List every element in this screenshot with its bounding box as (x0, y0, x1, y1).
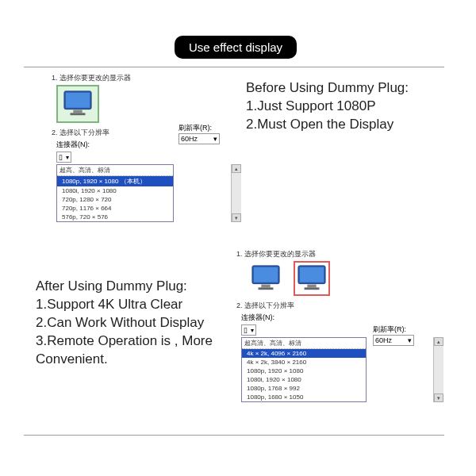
before-line2: 2.Must Open the Display (246, 116, 409, 134)
screenshot-before: 1. 选择你要更改的显示器 2. 选择以下分辨率 连接器(N): ▯ ▾ 刷新率… (52, 73, 240, 240)
list-item[interactable]: 720p, 1176 × 664 (57, 204, 173, 213)
list-header: 超高、高清、标清 (57, 165, 173, 176)
connector-value: ▯ (244, 326, 248, 334)
svg-rect-11 (305, 287, 320, 290)
chevron-down-icon: ▾ (251, 327, 254, 334)
chevron-down-icon: ▾ (213, 135, 217, 143)
monitor-2-selected[interactable] (294, 261, 330, 296)
svg-rect-7 (259, 287, 274, 290)
after-line3: 3.Remote Operation is , More Convenient. (36, 332, 226, 369)
screenshot-after: 1. 选择你要更改的显示器 2. 选择以下分辨率 连接器(N): ▯ ▾ (236, 249, 443, 416)
after-line1: 1.Support 4K Ultra Clear (36, 296, 226, 314)
list-item[interactable]: 576p, 720 × 576 (57, 213, 173, 221)
chevron-down-icon: ▾ (66, 154, 69, 161)
list-item[interactable]: 1080i, 1920 × 1080 (242, 375, 366, 384)
list-item[interactable]: 1080p, 1768 × 992 (242, 384, 366, 393)
svg-rect-2 (73, 110, 82, 113)
svg-rect-3 (71, 113, 86, 115)
resolution-listbox[interactable]: 超高、高清、标清 1080p, 1920 × 1080 （本机） 1080i, … (56, 164, 174, 222)
svg-rect-5 (254, 267, 278, 282)
connector-label: 连接器(N): (241, 313, 274, 323)
before-text: Before Using Dummy Plug: 1.Just Support … (246, 79, 409, 134)
list-item[interactable]: 1080p, 1920 × 1080 (242, 367, 366, 375)
refresh-label: 刷新率(R): (373, 324, 414, 335)
divider-top (24, 67, 444, 67)
connector-value: ▯ (59, 153, 63, 161)
list-item[interactable]: 720p, 1280 × 720 (57, 195, 173, 204)
resolution-listbox[interactable]: 超高清、高清、标清 4k × 2k, 4096 × 2160 4k × 2k, … (241, 337, 367, 402)
list-item[interactable]: 1080i, 1920 × 1080 (57, 186, 173, 195)
step1-label: 1. 选择你要更改的显示器 (52, 73, 240, 83)
list-item[interactable]: 1080p, 1680 × 1050 (242, 393, 366, 401)
refresh-value: 60Hz (181, 135, 198, 143)
connector-label: 连接器(N): (56, 140, 90, 150)
after-heading: After Using Dummy Plug: (36, 278, 226, 296)
connector-select[interactable]: ▯ ▾ (241, 324, 256, 336)
divider-bottom (24, 435, 444, 436)
monitor-selected[interactable] (56, 85, 99, 123)
step1-label: 1. 选择你要更改的显示器 (236, 249, 443, 259)
monitor-icon (251, 264, 281, 293)
svg-rect-9 (300, 267, 324, 282)
before-heading: Before Using Dummy Plug: (246, 79, 409, 98)
svg-rect-10 (307, 285, 316, 288)
scroll-down-icon[interactable]: ▾ (434, 393, 443, 402)
step2-label: 2. 选择以下分辨率 (236, 301, 443, 311)
scroll-down-icon[interactable]: ▾ (232, 213, 241, 222)
monitor-icon (297, 264, 327, 293)
after-text: After Using Dummy Plug: 1.Support 4K Ult… (36, 278, 226, 369)
before-line1: 1.Just Support 1080P (246, 98, 409, 116)
svg-rect-6 (261, 285, 270, 288)
scrollbar[interactable]: ▴ ▾ (231, 164, 241, 222)
monitor-icon (63, 90, 93, 118)
scrollbar[interactable]: ▴ ▾ (433, 337, 443, 402)
scroll-up-icon[interactable]: ▴ (232, 164, 241, 173)
list-item[interactable]: 4k × 2k, 4096 × 2160 (242, 349, 366, 358)
list-header: 超高清、高清、标清 (242, 338, 366, 349)
svg-rect-1 (66, 93, 90, 108)
scroll-up-icon[interactable]: ▴ (434, 337, 443, 346)
connector-select[interactable]: ▯ ▾ (56, 152, 71, 163)
monitor-1[interactable] (248, 261, 284, 296)
after-line2: 2.Can Work Without Display (36, 314, 226, 332)
refresh-select[interactable]: 60Hz ▾ (178, 133, 220, 144)
refresh-label: 刷新率(R): (178, 123, 220, 133)
list-item[interactable]: 1080p, 1920 × 1080 （本机） (57, 176, 173, 186)
list-item[interactable]: 4k × 2k, 3840 × 2160 (242, 358, 366, 367)
header-badge: Use effect display (175, 36, 297, 59)
